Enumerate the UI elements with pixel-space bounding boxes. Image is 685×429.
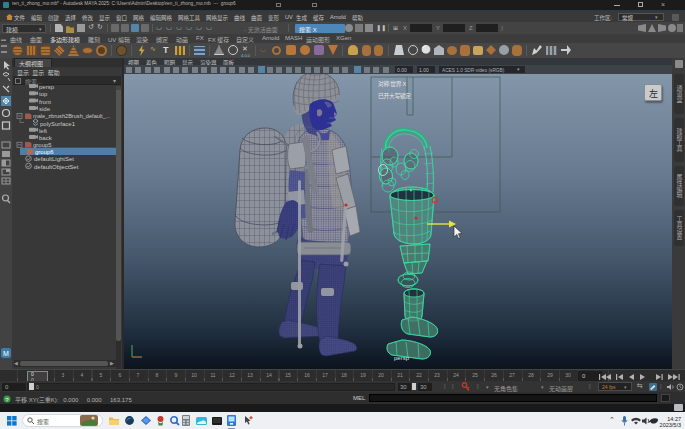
svg-text:已开大写锁定: 已开大写锁定 [378,92,411,100]
svg-text:defaultObjectSet: defaultObjectSet [34,164,79,170]
svg-text:persp: persp [39,84,55,90]
svg-text:male_zbrush2Brush_default_...: male_zbrush2Brush_default_... [33,113,111,119]
svg-text:top: top [39,91,48,97]
svg-text:polySurface1: polySurface1 [40,121,76,127]
svg-text:group5: group5 [33,142,52,148]
svg-text:side: side [39,106,51,112]
svg-text:group6: group6 [35,149,54,155]
svg-text:defaultLightSet: defaultLightSet [34,156,74,162]
svg-text:M: M [3,350,9,357]
svg-text:对称:世界 X: 对称:世界 X [378,80,406,88]
svg-text:persp: persp [394,355,410,361]
svg-text:left: left [39,128,47,134]
svg-text:front: front [39,99,51,105]
svg-text:back: back [39,135,53,141]
